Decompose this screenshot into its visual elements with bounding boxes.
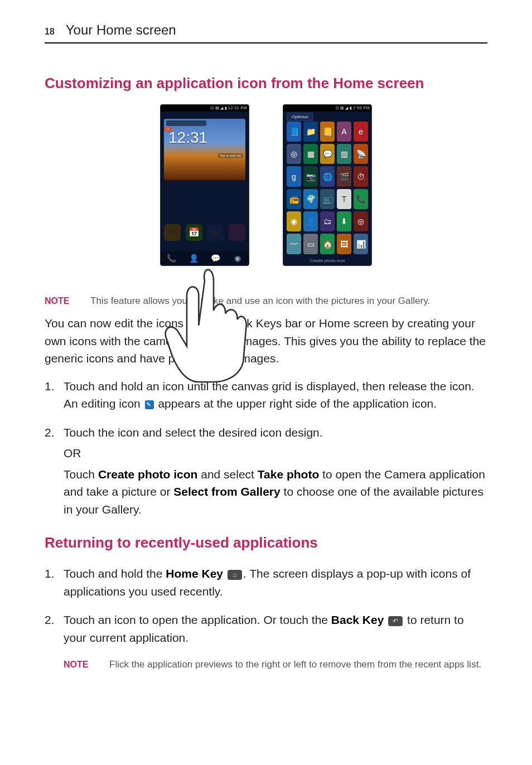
create-photo-icon-label: Create photo icon [98, 468, 198, 481]
grid-icon: 📷 [303, 166, 318, 186]
note-label: NOTE [64, 657, 98, 672]
grid-icon: e [354, 122, 368, 142]
date-strip [166, 120, 206, 126]
grid-icon: 📞 [354, 189, 368, 209]
grid-icon: 🏠 [320, 234, 335, 254]
step-b2: Touch an icon to open the application. O… [45, 611, 487, 646]
grid-icon: 📡 [354, 144, 368, 164]
step-2: Touch the icon and select the desired ic… [45, 424, 487, 519]
step-2-text: Touch the icon and select the desired ic… [64, 426, 323, 439]
step-1: Touch and hold an icon until the canvas … [45, 377, 487, 413]
section-heading-customizing: Customizing an application icon from the… [45, 74, 487, 93]
t: Touch an icon to open the application. O… [64, 613, 331, 626]
grid-icon: ⏱ [354, 166, 368, 186]
grid-icon: ▥ [337, 144, 351, 164]
signal-icon: ◢ [345, 106, 349, 110]
note-feature: NOTE This feature allows you to make and… [45, 294, 487, 308]
grid-icon: 📊 [354, 234, 368, 254]
grid-icon: ◎ [354, 211, 368, 231]
edit-icon [145, 400, 154, 409]
grid-icon: ⬇ [337, 211, 351, 231]
home-key-icon: ⌂ [228, 570, 242, 580]
status-time: 7:50 PM [353, 106, 370, 110]
back-key-label: Back Key [331, 613, 384, 626]
grid-icon: g [287, 166, 301, 186]
step-1-text-b: appears at the upper right side of the a… [155, 397, 437, 410]
steps-customize: Touch and hold an icon until the canvas … [45, 377, 487, 519]
note-text: This feature allows you to make and use … [90, 294, 487, 308]
steps-returning: Touch and hold the Home Key ⌂. The scree… [45, 565, 487, 646]
note-flick: NOTE Flick the application previews to t… [45, 657, 487, 672]
note-label: NOTE [45, 294, 79, 308]
grid-icon: 📘 [287, 122, 301, 142]
grid-icon: 🎬 [337, 166, 351, 186]
section-heading-returning: Returning to recently-used applications [45, 534, 487, 553]
battery-icon: ▮ [225, 106, 228, 110]
nav-bar: 📞 👤 💬 ◉ [161, 251, 249, 265]
signal-icon: ◢ [220, 106, 224, 110]
page-header: 18 Your Home screen [45, 22, 487, 38]
grid-icon: T [337, 189, 351, 209]
contacts-icon: 👤 [187, 252, 200, 264]
t: Touch [64, 468, 98, 481]
status-time: 12:31 PM [228, 106, 247, 110]
status-prefix: O [336, 106, 339, 110]
grid-icon: ▭ [303, 234, 318, 254]
wifi-icon: ▤ [340, 106, 345, 110]
step-2-alternative: Touch Create photo icon and select Take … [64, 466, 487, 519]
grid-icon: 📺 [320, 189, 335, 209]
step-b1: Touch and hold the Home Key ⌂. The scree… [45, 565, 487, 600]
figure-icon-chooser: O ▤ ◢ ▮ 7:50 PM Optimus 📘 📁 📒 A e ◎ ▦ 💬 … [283, 104, 372, 266]
page-number: 18 [45, 27, 55, 37]
grid-icon: 💬 [320, 144, 335, 164]
grid-icon: 🗂 [320, 211, 335, 231]
folder-label: Optimus [287, 113, 313, 121]
status-bar: O ▤ ◢ ▮ 12:31 PM [161, 105, 249, 112]
grid-icon: A [337, 122, 351, 142]
clock-widget: O 12:31 Tap to add city [164, 119, 245, 180]
grid-icon: 〰 [287, 234, 301, 254]
dock-row: ✉ 📅 ▶ ◎ [164, 224, 245, 249]
t: Touch and hold the [64, 567, 166, 580]
grid-icon: ◉ [287, 211, 301, 231]
grid-icon: 🖼 [337, 234, 351, 254]
grid-icon: 📒 [320, 122, 335, 142]
t: and select [197, 468, 257, 481]
city-hint: Tap to add city [218, 153, 243, 158]
grid-icon: 📻 [287, 189, 301, 209]
back-key-icon: ↶ [388, 616, 403, 626]
grid-icon: 👤 [303, 211, 318, 231]
page-title: Your Home screen [66, 22, 176, 38]
or-line: OR [64, 444, 487, 462]
status-prefix: O [211, 106, 214, 110]
footer-label: Create photo icon [283, 258, 371, 263]
figure-home-screen: O ▤ ◢ ▮ 12:31 PM O 12:31 Tap to add city… [160, 104, 249, 266]
figure-row: O ▤ ◢ ▮ 12:31 PM O 12:31 Tap to add city… [45, 104, 487, 277]
dock-icon-3: ▶ [207, 224, 224, 241]
intro-paragraph: You can now edit the icons on the Quick … [45, 314, 487, 367]
grid-icon: ▦ [303, 144, 318, 164]
grid-icon: 📁 [303, 122, 318, 142]
phone-icon: 📞 [166, 252, 178, 264]
take-photo-label: Take photo [258, 468, 319, 481]
grid-icon: 🌍 [303, 189, 318, 209]
clock-time: 12:31 [168, 129, 207, 147]
dock-icon-4: ◎ [229, 224, 245, 241]
header-rule [45, 42, 487, 43]
dock-icon-1: ✉ [164, 224, 181, 241]
home-key-label: Home Key [166, 567, 223, 580]
messaging-icon: 💬 [210, 252, 222, 264]
hand-gesture-icon [160, 266, 249, 385]
wifi-icon: ▤ [215, 106, 220, 110]
status-bar: O ▤ ◢ ▮ 7:50 PM [283, 105, 371, 112]
apps-icon: ◉ [231, 252, 244, 264]
battery-icon: ▮ [350, 106, 352, 110]
note-text: Flick the application previews to the ri… [109, 657, 487, 672]
dock-icon-2: 📅 [186, 224, 202, 241]
select-from-gallery-label: Select from Gallery [173, 485, 280, 498]
grid-icon: ◎ [287, 144, 301, 164]
icon-grid: 📘 📁 📒 A e ◎ ▦ 💬 ▥ 📡 g 📷 🌐 🎬 ⏱ 📻 🌍 📺 T 📞 … [287, 122, 368, 254]
grid-icon: 🌐 [320, 166, 335, 186]
